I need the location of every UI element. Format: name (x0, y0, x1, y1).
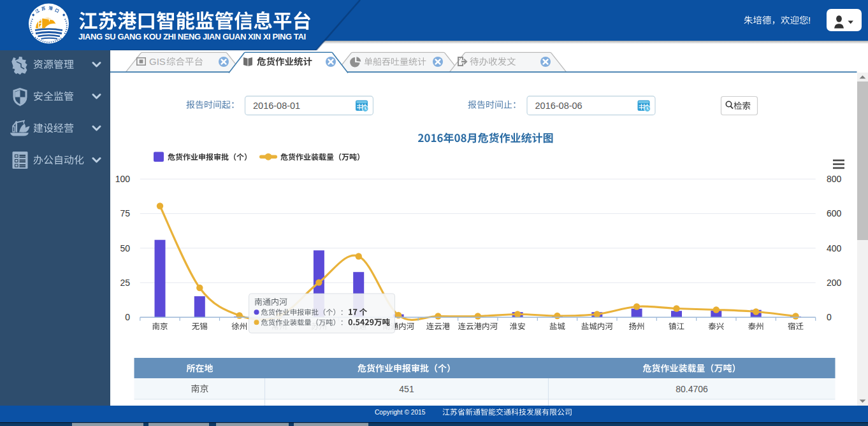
svg-text:0: 0 (827, 312, 832, 322)
svg-text:25: 25 (120, 278, 130, 288)
svg-text:Copyright © 2015: Copyright © 2015 (375, 409, 426, 416)
svg-text:200: 200 (827, 278, 842, 288)
svg-text:75: 75 (120, 208, 130, 218)
svg-text:800: 800 (827, 174, 842, 184)
svg-text:0: 0 (125, 312, 130, 322)
svg-text:100: 100 (115, 174, 131, 184)
svg-text:50: 50 (120, 243, 130, 253)
svg-text:JIANG SU GANG KOU ZHI NENG JIA: JIANG SU GANG KOU ZHI NENG JIAN GUAN XIN… (78, 32, 306, 41)
svg-text:80.4706: 80.4706 (676, 384, 708, 394)
svg-text:2016-08-06: 2016-08-06 (535, 101, 582, 111)
svg-text:!: ! (808, 15, 811, 25)
svg-text:451: 451 (399, 384, 414, 394)
svg-text:400: 400 (827, 243, 842, 253)
svg-text:2016-08-01: 2016-08-01 (253, 101, 300, 111)
svg-text:GIS: GIS (149, 56, 166, 67)
svg-text:600: 600 (827, 208, 842, 218)
